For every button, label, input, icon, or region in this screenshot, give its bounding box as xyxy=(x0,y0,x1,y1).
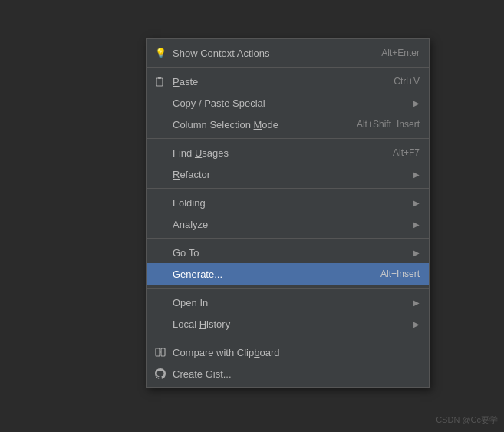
menu-label: Go To xyxy=(173,247,199,259)
empty-icon xyxy=(154,168,166,180)
menu-label: Folding xyxy=(173,197,206,209)
empty-icon xyxy=(154,147,166,159)
menu-item-compare-clipboard[interactable]: Compare with Clipboard xyxy=(147,341,429,363)
svg-rect-2 xyxy=(156,348,160,356)
shortcut: Ctrl+V xyxy=(394,76,420,87)
arrow-icon: ▶ xyxy=(413,99,420,107)
menu-label: Open In xyxy=(173,297,208,308)
arrow-icon: ▶ xyxy=(413,199,420,207)
github-icon xyxy=(154,368,166,380)
empty-icon xyxy=(154,218,166,230)
arrow-icon: ▶ xyxy=(413,220,420,229)
empty-icon xyxy=(154,268,166,280)
menu-label: Refactor xyxy=(173,169,210,180)
empty-icon xyxy=(154,97,166,109)
separator xyxy=(147,67,429,68)
svg-rect-0 xyxy=(156,78,163,86)
lightbulb-icon: 💡 xyxy=(154,47,166,59)
menu-label: Find Usages xyxy=(173,147,229,159)
arrow-icon: ▶ xyxy=(413,320,420,328)
arrow-icon: ▶ xyxy=(413,298,420,307)
shortcut: Alt+Shift+Insert xyxy=(357,119,420,130)
empty-icon xyxy=(154,118,166,130)
menu-item-refactor[interactable]: Refactor ▶ xyxy=(147,163,429,185)
separator xyxy=(147,138,429,139)
menu-item-folding[interactable]: Folding ▶ xyxy=(147,192,429,213)
menu-label: Copy / Paste Special xyxy=(173,97,265,109)
menu-item-show-context-actions[interactable]: 💡 Show Context Actions Alt+Enter xyxy=(147,42,429,64)
menu-label: Local History xyxy=(173,318,230,330)
menu-item-local-history[interactable]: Local History ▶ xyxy=(147,313,429,335)
menu-label: Show Context Actions xyxy=(173,48,269,59)
menu-item-analyze[interactable]: Analyze ▶ xyxy=(147,213,429,235)
empty-icon xyxy=(154,318,166,330)
paste-icon xyxy=(154,75,166,87)
arrow-icon: ▶ xyxy=(413,170,420,179)
menu-label: Paste xyxy=(173,76,198,87)
arrow-icon: ▶ xyxy=(413,249,420,257)
empty-icon xyxy=(154,246,166,259)
menu-item-create-gist[interactable]: Create Gist... xyxy=(147,363,429,384)
shortcut: Alt+F7 xyxy=(393,147,420,158)
watermark: CSDN @Cc要学 xyxy=(436,414,498,426)
menu-label: Create Gist... xyxy=(173,368,232,380)
svg-rect-1 xyxy=(158,77,161,79)
shortcut: Alt+Enter xyxy=(381,48,420,58)
shortcut: Alt+Insert xyxy=(380,269,420,279)
separator xyxy=(147,338,429,338)
menu-item-open-in[interactable]: Open In ▶ xyxy=(147,292,429,313)
menu-item-generate[interactable]: Generate... Alt+Insert xyxy=(147,263,429,285)
menu-item-copy-paste-special[interactable]: Copy / Paste Special ▶ xyxy=(147,92,429,114)
svg-rect-3 xyxy=(161,348,165,356)
menu-label: Column Selection Mode xyxy=(173,119,278,130)
empty-icon xyxy=(154,296,166,308)
separator xyxy=(147,288,429,289)
empty-icon xyxy=(154,196,166,209)
menu-item-paste[interactable]: Paste Ctrl+V xyxy=(147,71,429,92)
compare-icon xyxy=(154,346,166,358)
separator xyxy=(147,188,429,189)
menu-label: Analyze xyxy=(173,219,208,230)
menu-item-go-to[interactable]: Go To ▶ xyxy=(147,242,429,263)
menu-item-find-usages[interactable]: Find Usages Alt+F7 xyxy=(147,142,429,163)
menu-label: Generate... xyxy=(173,269,222,280)
menu-label: Compare with Clipboard xyxy=(173,347,279,358)
separator xyxy=(147,238,429,239)
context-menu: 💡 Show Context Actions Alt+Enter Paste C… xyxy=(146,38,430,388)
menu-item-column-selection[interactable]: Column Selection Mode Alt+Shift+Insert xyxy=(147,114,429,135)
